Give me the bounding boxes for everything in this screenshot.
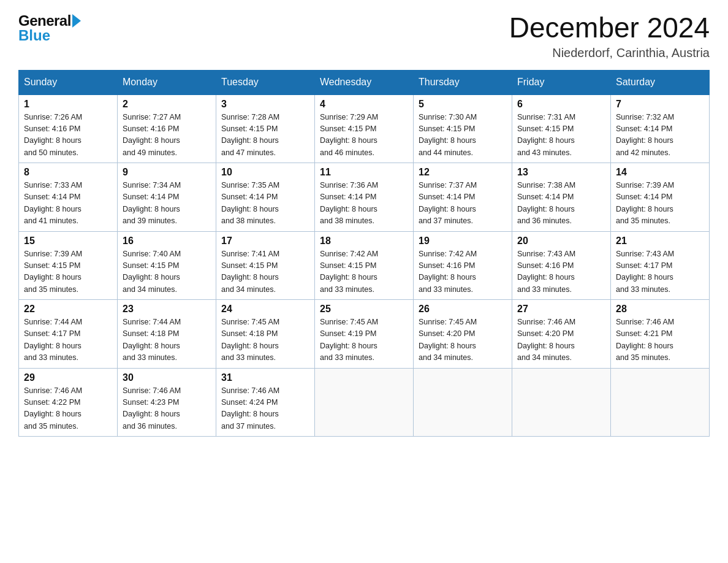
day-number: 23 [123,304,211,315]
calendar-cell: 29Sunrise: 7:46 AMSunset: 4:22 PMDayligh… [19,368,118,437]
day-number: 2 [123,99,211,110]
header-right: December 2024 Niederdorf, Carinthia, Aus… [509,12,710,60]
calendar-week-row: 1Sunrise: 7:26 AMSunset: 4:16 PMDaylight… [19,94,710,163]
day-info: Sunrise: 7:29 AMSunset: 4:15 PMDaylight:… [320,112,408,159]
day-number: 9 [123,167,211,178]
calendar-cell: 9Sunrise: 7:34 AMSunset: 4:14 PMDaylight… [118,163,216,232]
calendar-cell: 30Sunrise: 7:46 AMSunset: 4:23 PMDayligh… [118,368,216,437]
calendar-cell: 7Sunrise: 7:32 AMSunset: 4:14 PMDaylight… [611,94,710,163]
day-number: 3 [221,99,309,110]
day-info: Sunrise: 7:40 AMSunset: 4:15 PMDaylight:… [123,248,211,296]
day-info: Sunrise: 7:43 AMSunset: 4:16 PMDaylight:… [517,248,605,296]
day-info: Sunrise: 7:41 AMSunset: 4:15 PMDaylight:… [221,248,309,296]
calendar-cell: 20Sunrise: 7:43 AMSunset: 4:16 PMDayligh… [512,231,611,300]
day-number: 15 [24,236,112,247]
calendar-cell: 26Sunrise: 7:45 AMSunset: 4:20 PMDayligh… [414,300,512,369]
calendar-cell: 25Sunrise: 7:45 AMSunset: 4:19 PMDayligh… [315,300,414,369]
day-info: Sunrise: 7:46 AMSunset: 4:22 PMDaylight:… [24,385,112,433]
calendar-cell: 21Sunrise: 7:43 AMSunset: 4:17 PMDayligh… [611,231,710,300]
day-info: Sunrise: 7:46 AMSunset: 4:23 PMDaylight:… [123,385,211,433]
day-number: 11 [320,167,408,178]
calendar-cell: 16Sunrise: 7:40 AMSunset: 4:15 PMDayligh… [118,231,216,300]
day-info: Sunrise: 7:44 AMSunset: 4:17 PMDaylight:… [24,316,112,364]
calendar-table: SundayMondayTuesdayWednesdayThursdayFrid… [18,70,710,437]
day-info: Sunrise: 7:37 AMSunset: 4:14 PMDaylight:… [419,180,507,228]
day-info: Sunrise: 7:38 AMSunset: 4:14 PMDaylight:… [517,180,605,228]
day-number: 16 [123,236,211,247]
day-number: 21 [616,236,704,247]
calendar-cell: 31Sunrise: 7:46 AMSunset: 4:24 PMDayligh… [216,368,315,437]
calendar-header-row: SundayMondayTuesdayWednesdayThursdayFrid… [19,70,710,94]
day-number: 8 [24,167,112,178]
logo: General Blue [18,12,81,44]
calendar-cell: 2Sunrise: 7:27 AMSunset: 4:16 PMDaylight… [118,94,216,163]
day-info: Sunrise: 7:36 AMSunset: 4:14 PMDaylight:… [320,180,408,228]
day-header-saturday: Saturday [611,70,710,94]
day-info: Sunrise: 7:39 AMSunset: 4:14 PMDaylight:… [616,180,704,228]
day-header-friday: Friday [512,70,611,94]
location-subtitle: Niederdorf, Carinthia, Austria [509,46,710,60]
day-info: Sunrise: 7:32 AMSunset: 4:14 PMDaylight:… [616,112,704,159]
day-header-sunday: Sunday [19,70,118,94]
calendar-cell: 3Sunrise: 7:28 AMSunset: 4:15 PMDaylight… [216,94,315,163]
day-info: Sunrise: 7:46 AMSunset: 4:21 PMDaylight:… [616,316,704,364]
day-number: 14 [616,167,704,178]
day-header-thursday: Thursday [414,70,512,94]
day-number: 5 [419,99,507,110]
day-number: 20 [517,236,605,247]
calendar-cell [512,368,611,437]
day-info: Sunrise: 7:43 AMSunset: 4:17 PMDaylight:… [616,248,704,296]
calendar-week-row: 8Sunrise: 7:33 AMSunset: 4:14 PMDaylight… [19,163,710,232]
month-title: December 2024 [509,12,710,44]
calendar-cell: 15Sunrise: 7:39 AMSunset: 4:15 PMDayligh… [19,231,118,300]
calendar-cell: 11Sunrise: 7:36 AMSunset: 4:14 PMDayligh… [315,163,414,232]
day-number: 19 [419,236,507,247]
calendar-cell [611,368,710,437]
day-number: 26 [419,304,507,315]
logo-blue-text: Blue [18,27,50,44]
day-info: Sunrise: 7:45 AMSunset: 4:18 PMDaylight:… [221,316,309,364]
calendar-cell: 8Sunrise: 7:33 AMSunset: 4:14 PMDaylight… [19,163,118,232]
day-header-tuesday: Tuesday [216,70,315,94]
calendar-cell: 17Sunrise: 7:41 AMSunset: 4:15 PMDayligh… [216,231,315,300]
day-number: 18 [320,236,408,247]
calendar-cell: 12Sunrise: 7:37 AMSunset: 4:14 PMDayligh… [414,163,512,232]
calendar-cell: 10Sunrise: 7:35 AMSunset: 4:14 PMDayligh… [216,163,315,232]
day-info: Sunrise: 7:26 AMSunset: 4:16 PMDaylight:… [24,112,112,159]
calendar-cell: 24Sunrise: 7:45 AMSunset: 4:18 PMDayligh… [216,300,315,369]
day-number: 1 [24,99,112,110]
day-number: 7 [616,99,704,110]
day-number: 30 [123,372,211,383]
day-info: Sunrise: 7:42 AMSunset: 4:15 PMDaylight:… [320,248,408,296]
calendar-cell: 22Sunrise: 7:44 AMSunset: 4:17 PMDayligh… [19,300,118,369]
day-info: Sunrise: 7:33 AMSunset: 4:14 PMDaylight:… [24,180,112,228]
day-info: Sunrise: 7:34 AMSunset: 4:14 PMDaylight:… [123,180,211,228]
day-info: Sunrise: 7:27 AMSunset: 4:16 PMDaylight:… [123,112,211,159]
day-number: 28 [616,304,704,315]
day-header-monday: Monday [118,70,216,94]
day-info: Sunrise: 7:39 AMSunset: 4:15 PMDaylight:… [24,248,112,296]
page-header: General Blue December 2024 Niederdorf, C… [18,12,710,60]
day-info: Sunrise: 7:44 AMSunset: 4:18 PMDaylight:… [123,316,211,364]
calendar-cell: 27Sunrise: 7:46 AMSunset: 4:20 PMDayligh… [512,300,611,369]
calendar-cell [414,368,512,437]
day-info: Sunrise: 7:42 AMSunset: 4:16 PMDaylight:… [419,248,507,296]
day-number: 27 [517,304,605,315]
day-header-wednesday: Wednesday [315,70,414,94]
calendar-cell: 28Sunrise: 7:46 AMSunset: 4:21 PMDayligh… [611,300,710,369]
calendar-cell: 13Sunrise: 7:38 AMSunset: 4:14 PMDayligh… [512,163,611,232]
day-number: 10 [221,167,309,178]
calendar-cell: 14Sunrise: 7:39 AMSunset: 4:14 PMDayligh… [611,163,710,232]
day-number: 4 [320,99,408,110]
calendar-week-row: 29Sunrise: 7:46 AMSunset: 4:22 PMDayligh… [19,368,710,437]
day-info: Sunrise: 7:28 AMSunset: 4:15 PMDaylight:… [221,112,309,159]
day-number: 24 [221,304,309,315]
calendar-week-row: 15Sunrise: 7:39 AMSunset: 4:15 PMDayligh… [19,231,710,300]
day-info: Sunrise: 7:45 AMSunset: 4:19 PMDaylight:… [320,316,408,364]
calendar-cell: 6Sunrise: 7:31 AMSunset: 4:15 PMDaylight… [512,94,611,163]
day-info: Sunrise: 7:45 AMSunset: 4:20 PMDaylight:… [419,316,507,364]
day-number: 31 [221,372,309,383]
calendar-cell: 1Sunrise: 7:26 AMSunset: 4:16 PMDaylight… [19,94,118,163]
calendar-cell [315,368,414,437]
day-number: 13 [517,167,605,178]
